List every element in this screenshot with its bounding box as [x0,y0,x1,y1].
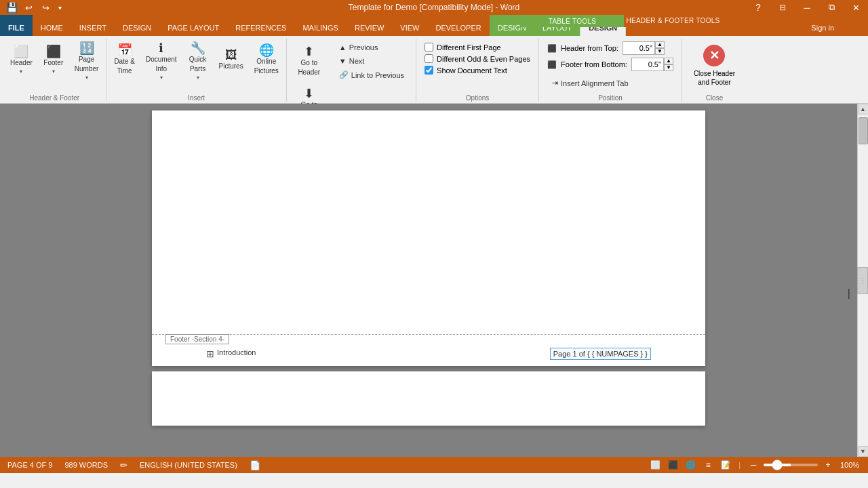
hf-tools-group: HEADER & FOOTER TOOLS [624,15,722,27]
footer-dropdown-icon: ▾ [52,68,55,75]
link-icon: 🔗 [339,70,349,79]
diff-first-page-option[interactable]: Different First Page [425,43,530,52]
header-from-top-input[interactable] [623,41,655,55]
qa-more-button[interactable]: ▾ [55,0,64,15]
full-screen-view-button[interactable]: ⬛ [665,459,680,471]
page-info-item[interactable]: PAGE 4 OF 9 [5,461,54,469]
doc-info-button[interactable]: ℹ Document Info ▾ [141,39,182,83]
previous-label: Previous [349,43,378,52]
diff-first-page-label: Different First Page [437,43,501,52]
language-item[interactable]: ENGLISH (UNITED STATES) [138,461,239,469]
insert-section-label: Insert [109,93,283,102]
header-spin-down[interactable]: ▼ [655,48,665,55]
next-icon: ▼ [339,57,347,65]
link-to-previous-button[interactable]: 🔗 Link to Previous [334,68,409,81]
undo-button[interactable]: ↩ [21,0,36,15]
outline-view-button[interactable]: ≡ [701,459,715,471]
draft-view-button[interactable]: 📝 [718,459,733,471]
pictures-button[interactable]: 🖼 Pictures [214,39,248,79]
header-spin-up[interactable]: ▲ [655,41,665,48]
doc-info-label2: Info [155,65,167,73]
close-button[interactable]: ✕ [844,0,868,15]
footer-spin-up[interactable]: ▲ [664,58,673,64]
quick-parts-button[interactable]: 🔧 Quick Parts ▾ [183,39,213,83]
footer-from-bottom-label: Footer from Bottom: [561,60,627,68]
header-button[interactable]: ⬜ Header ▾ [5,39,37,79]
zoom-out-button[interactable]: ─ [746,459,761,471]
tab-developer[interactable]: DEVELOPER [427,15,489,36]
minimize-button[interactable]: ─ [795,0,819,15]
show-doc-text-checkbox[interactable] [425,66,433,75]
tab-references[interactable]: REFERENCES [227,15,294,36]
web-view-button[interactable]: 🌐 [683,459,698,471]
hf-buttons: ⬜ Header ▾ ⬛ Footer ▾ 🔢 Page Number ▾ [5,39,103,93]
tab-design[interactable]: DESIGN [115,15,159,36]
redo-button[interactable]: ↪ [38,0,53,15]
show-doc-text-option[interactable]: Show Document Text [425,66,530,75]
doc-info-icon: ℹ [159,42,163,54]
tab-view[interactable]: VIEW [392,15,427,36]
quick-parts-label2: Parts [190,65,205,73]
options-checkboxes: Different First Page Different Odd & Eve… [419,39,536,79]
online-pictures-label2: Pictures [254,67,279,75]
ribbon-section-header-footer: ⬜ Header ▾ ⬛ Footer ▾ 🔢 Page Number ▾ He… [3,39,106,102]
diff-first-page-checkbox[interactable] [425,43,433,52]
online-pictures-button[interactable]: 🌐 Online Pictures [250,39,283,79]
track-changes-icon[interactable]: ✏ [118,460,130,470]
diff-odd-even-checkbox[interactable] [425,54,433,63]
footer-from-bottom-input[interactable] [631,58,664,71]
tab-home[interactable]: HOME [33,15,71,36]
scroll-up-button[interactable]: ▲ [858,104,869,115]
footer-content: ⊞ Introduction Page 1 of { { NUMPAGES } … [206,340,651,361]
date-time-label2: Time [117,67,132,75]
previous-button[interactable]: ▲ Previous [334,41,409,54]
tab-page-layout[interactable]: PAGE LAYOUT [159,15,227,36]
tab-file[interactable]: FILE [0,15,33,36]
word-count-item[interactable]: 989 WORDS [62,461,110,469]
table-tools-label: TABLE TOOLS [549,18,597,25]
page-body [152,110,705,334]
date-time-label: Date & [114,58,135,66]
page-number-button[interactable]: 🔢 Page Number ▾ [70,39,104,83]
zoom-slider[interactable] [764,464,818,466]
document-area: Footer -Section 4- ⊞ Introduction Page 1… [0,104,868,457]
status-bar: PAGE 4 OF 9 989 WORDS ✏ ENGLISH (UNITED … [0,457,868,473]
sign-in-link[interactable]: Sign in [811,24,834,32]
next-button[interactable]: ▼ Next [334,55,409,67]
vertical-scrollbar: ▲ ⋮ ▼ [857,104,868,457]
document-scroll[interactable]: Footer -Section 4- ⊞ Introduction Page 1… [0,104,857,457]
zoom-in-button[interactable]: + [821,459,835,471]
save-button[interactable]: 💾 [4,0,19,15]
table-tools-group: TABLE TOOLS [521,15,624,27]
date-time-button[interactable]: 📅 Date & Time [109,39,140,79]
footer-section-label: Footer -Section 4- [165,334,229,344]
footer-button[interactable]: ⬛ Footer ▾ [39,39,68,79]
header-from-top-spinner: ▲ ▼ [623,41,665,55]
insert-alignment-tab-button[interactable]: ⇥ Insert Alignment Tab [547,77,673,89]
close-header-footer-button[interactable]: ✕ Close Headerand Footer [685,40,744,92]
document-title: Template for Demo [Compatibility Mode] -… [349,3,520,12]
page-view-icon[interactable]: 📄 [248,460,262,470]
footer-spin-down[interactable]: ▼ [664,64,673,71]
hf-section-label: Header & Footer [5,93,103,102]
quick-parts-label: Quick [189,56,207,64]
pictures-icon: 🖼 [225,49,237,61]
page-2 [152,371,705,426]
restore-button[interactable]: ⧉ [819,0,844,15]
goto-header-button[interactable]: ⬆ Go to Header [292,40,326,81]
scroll-thumb[interactable] [859,117,868,144]
ribbon-toggle-button[interactable]: ⊟ [770,0,795,15]
help-button[interactable]: ? [746,0,770,15]
header-icon: ⬜ [14,45,28,58]
resize-handle[interactable]: ⋮ [857,267,868,294]
footer-area[interactable]: Footer -Section 4- ⊞ Introduction Page 1… [152,334,705,366]
link-to-previous-label: Link to Previous [351,71,404,79]
tab-insert[interactable]: INSERT [71,15,115,36]
tab-review[interactable]: REVIEW [347,15,392,36]
header-from-top-icon: ⬛ [547,44,557,53]
diff-odd-even-option[interactable]: Different Odd & Even Pages [425,54,530,63]
scroll-down-button[interactable]: ▼ [858,446,869,457]
ribbon-tabs-bar: TABLE TOOLS HEADER & FOOTER TOOLS FILE H… [0,15,868,36]
print-layout-view-button[interactable]: ⬜ [648,459,663,471]
tab-mailings[interactable]: MAILINGS [294,15,347,36]
